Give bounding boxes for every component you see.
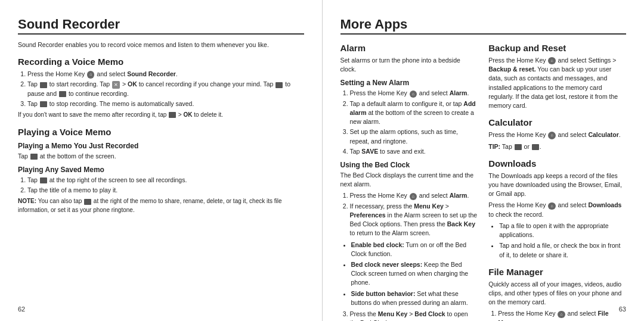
left-page-title: Sound Recorder	[18, 17, 304, 35]
left-page: Sound Recorder Sound Recorder enables yo…	[0, 0, 323, 321]
calculator-text: Press the Home Key ⌂ and select Calculat…	[488, 130, 626, 139]
calc-icon1	[515, 144, 522, 150]
downloads-title: Downloads	[488, 158, 626, 169]
playing-memo-recorded-title: Playing a Memo You Just Recorded	[18, 142, 304, 150]
file-manager-step-1: Press the Home Key ⌂ and select File Man…	[498, 309, 626, 321]
bed-clock-step-3: Press the Menu Key > Bed Clock to open t…	[350, 310, 478, 321]
downloads-bullet-2: Tap and hold a file, or check the box in…	[499, 241, 626, 259]
playing-section-title: Playing a Voice Memo	[18, 127, 304, 137]
left-page-number: 62	[18, 306, 25, 313]
backup-title: Backup and Reset	[488, 43, 626, 53]
bed-clock-bullet-2: Bed clock never sleeps: Keep the Bed Clo…	[351, 260, 478, 288]
bed-clock-steps: Press the Home Key ⌂ and select Alarm. I…	[340, 191, 478, 238]
home-key-icon5: ⌂	[548, 132, 555, 139]
bed-clock-title: Using the Bed Clock	[340, 161, 478, 169]
new-alarm-step-4: Tap SAVE to save and exit.	[350, 147, 478, 156]
home-key-icon: ⌂	[87, 71, 94, 78]
bed-clock-steps-2: Press the Menu Key > Bed Clock to open t…	[340, 310, 478, 321]
continue-icon	[59, 91, 66, 97]
home-key-icon4: ⌂	[548, 57, 555, 64]
bed-clock-step-1: Press the Home Key ⌂ and select Alarm.	[350, 191, 478, 200]
calculator-title: Calculator	[488, 117, 626, 127]
alarm-title: Alarm	[340, 43, 478, 53]
bed-clock-step-2: If necessary, press the Menu Key > Prefe…	[350, 202, 478, 238]
new-alarm-steps: Press the Home Key ⌂ and select Alarm. T…	[340, 89, 478, 156]
playing-saved-note: NOTE: You can also tap at the right of t…	[18, 197, 304, 214]
downloads-intro: The Downloads app keeps a record of the …	[488, 172, 626, 199]
recording-steps: Press the Home Key ⌂ and select Sound Re…	[18, 70, 304, 108]
file-manager-title: File Manager	[488, 267, 626, 277]
recording-note: If you don't want to save the memo after…	[18, 111, 304, 120]
playing-saved-memo-title: Playing Any Saved Memo	[18, 166, 304, 174]
right-page-title: More Apps	[340, 17, 627, 35]
right-col-right: Backup and Reset Press the Home Key ⌂ an…	[488, 36, 626, 321]
recording-step-1: Press the Home Key ⌂ and select Sound Re…	[27, 70, 304, 79]
home-key-icon7: ⌂	[558, 311, 565, 318]
new-alarm-step-3: Set up the alarm options, such as time, …	[350, 127, 478, 145]
bed-clock-bullets: Enable bed clock: Turn on or off the Bed…	[340, 241, 478, 308]
bed-clock-bullet-1: Enable bed clock: Turn on or off the Bed…	[351, 241, 478, 258]
more-icon	[84, 199, 91, 205]
right-col-left: Alarm Set alarms or turn the phone into …	[340, 36, 478, 321]
recording-step-2: Tap to start recording. Tap ✕ > OK to ca…	[27, 80, 304, 98]
downloads-bullet-1: Tap a file to open it with the appropria…	[499, 222, 626, 239]
recording-step-3: Tap to stop recording. The memo is autom…	[27, 99, 304, 108]
calc-icon2	[532, 144, 539, 150]
downloads-text: Press the Home Key ⌂ and select Download…	[488, 201, 626, 219]
x-icon: ✕	[112, 81, 120, 89]
new-alarm-step-2: Tap a default alarm to configure it, or …	[350, 99, 478, 127]
calculator-tip: TIP: Tap or .	[488, 142, 626, 151]
right-page-number: 63	[619, 306, 626, 313]
playing-saved-steps: Tap at the top right of the screen to se…	[18, 176, 304, 195]
home-key-icon2: ⌂	[410, 91, 417, 98]
file-manager-steps: Press the Home Key ⌂ and select File Man…	[488, 309, 626, 321]
alarm-intro: Set alarms or turn the phone into a beds…	[340, 56, 478, 74]
play-icon	[30, 154, 38, 160]
home-key-icon3: ⌂	[410, 193, 417, 200]
playing-saved-step-2: Tap the title of a memo to play it.	[27, 186, 304, 195]
right-page: More Apps Alarm Set alarms or turn the p…	[323, 0, 645, 321]
bed-clock-intro: The Bed Clock displays the current time …	[340, 171, 478, 189]
recording-section-title: Recording a Voice Memo	[18, 57, 304, 67]
new-alarm-step-1: Press the Home Key ⌂ and select Alarm.	[350, 89, 478, 98]
left-intro: Sound Recorder enables you to record voi…	[18, 40, 304, 49]
downloads-bullets: Tap a file to open it with the appropria…	[488, 222, 626, 260]
file-manager-intro: Quickly access all of your images, video…	[488, 280, 626, 307]
pause-icon	[275, 82, 283, 88]
right-content-cols: Alarm Set alarms or turn the phone into …	[340, 36, 627, 321]
list-icon	[40, 177, 47, 183]
record-icon	[40, 82, 47, 88]
playing-memo-recorded-text: Tap at the bottom of the screen.	[18, 152, 304, 161]
home-key-icon6: ⌂	[548, 202, 555, 210]
delete-icon	[169, 112, 176, 118]
bed-clock-bullet-3: Side button behavior: Set what these but…	[351, 289, 478, 307]
new-alarm-title: Setting a New Alarm	[340, 79, 478, 87]
playing-saved-step-1: Tap at the top right of the screen to se…	[27, 176, 304, 185]
backup-text: Press the Home Key ⌂ and select Settings…	[488, 56, 626, 110]
stop-icon	[40, 101, 47, 107]
